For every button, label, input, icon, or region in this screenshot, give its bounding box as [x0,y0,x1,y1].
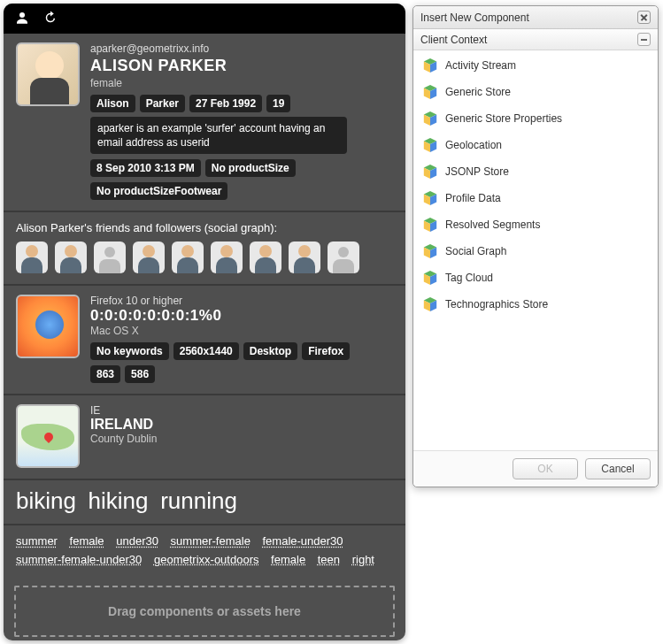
friend-avatar[interactable] [172,242,204,273]
os: Mac OS X [90,325,393,337]
group-header[interactable]: Client Context [413,29,658,50]
component-icon [422,137,438,153]
chip: 8 Sep 2010 3:13 PM [90,159,201,177]
component-icon [422,296,438,312]
dropzone[interactable]: Drag components or assets here [14,586,395,637]
chip: 2560x1440 [173,342,239,360]
component-item[interactable]: Generic Store [417,79,654,105]
friend-avatar[interactable] [289,242,320,273]
component-label: Resolved Segments [445,218,540,231]
component-label: Generic Store Properties [445,112,562,125]
component-label: Geolocation [445,139,502,151]
reset-icon[interactable] [42,10,58,28]
friend-avatar[interactable] [55,242,87,273]
segment-link[interactable]: right [352,551,374,570]
component-icon [422,58,438,73]
ip-address: 0:0:0:0:0:0:0:1%0 [90,307,393,325]
dropzone-label: Drag components or assets here [108,604,301,618]
segment-link[interactable]: summer-female [171,533,251,551]
dialog-title: Insert New Component [420,12,529,24]
friend-avatar[interactable] [133,242,165,273]
segment-link[interactable]: summer [16,533,58,551]
component-icon [422,164,438,180]
close-icon[interactable] [637,11,651,24]
component-item[interactable]: Technographics Store [417,291,654,318]
chip: Alison [90,95,135,112]
profile-name: ALISON PARKER [90,57,393,75]
friend-avatar[interactable] [328,242,359,273]
component-item[interactable]: Tag Cloud [417,264,654,291]
country-code: IE [90,404,393,417]
tag[interactable]: biking [16,487,76,515]
segment-link[interactable]: female [70,533,104,551]
group-title: Client Context [420,34,487,46]
segment-link[interactable]: geometrixx-outdoors [154,551,259,570]
dialog-header[interactable]: Insert New Component [413,6,658,29]
friend-avatar[interactable] [211,242,243,273]
user-icon[interactable] [14,10,30,28]
component-item[interactable]: Generic Store Properties [417,105,654,132]
social-section: Alison Parker's friends and followers (s… [4,212,405,286]
component-item[interactable]: Profile Data [417,185,654,211]
component-label: JSONP Store [445,165,509,178]
segment-link[interactable]: female-under30 [263,533,343,551]
chip: 586 [125,365,155,383]
component-label: Generic Store [445,86,511,98]
friend-avatar[interactable] [94,242,126,273]
segment-link[interactable]: under30 [116,533,158,551]
collapse-icon[interactable] [637,33,651,46]
component-icon [422,84,438,100]
friend-avatar[interactable] [250,242,281,273]
component-label: Technographics Store [445,298,548,310]
region: County Dublin [90,433,393,445]
avatar [16,42,80,106]
component-list: Activity Stream Generic Store Generic St… [413,50,658,450]
component-label: Activity Stream [445,59,516,72]
dialog-footer: OK Cancel [413,450,658,487]
chip: 863 [90,365,120,383]
segment-link[interactable]: female [271,551,305,570]
component-item[interactable]: Social Graph [417,238,654,264]
segment-link[interactable]: summer-female-under30 [16,551,142,570]
segment-link[interactable]: teen [318,551,340,570]
social-title: Alison Parker's friends and followers (s… [16,221,393,234]
insert-component-dialog: Insert New Component Client Context Acti… [412,5,659,487]
component-icon [422,217,438,233]
country-name: IRELAND [90,417,393,433]
svg-point-0 [19,12,25,18]
component-label: Tag Cloud [445,272,493,284]
tag-cloud-section: biking hiking running [4,480,405,525]
technographics-section: Firefox 10 or higher 0:0:0:0:0:0:0:1%0 M… [4,286,405,395]
component-icon [422,270,438,286]
profile-chips: Alison Parker 27 Feb 1992 19 [90,95,393,112]
profile-gender: female [90,77,393,89]
browser-icon [16,295,80,358]
map-thumbnail [16,404,80,468]
component-icon [422,243,438,259]
ok-button[interactable]: OK [513,458,578,479]
tag[interactable]: running [160,487,237,515]
component-item[interactable]: Activity Stream [417,52,654,79]
component-item[interactable]: JSONP Store [417,158,654,185]
component-icon [422,111,438,126]
profile-section: aparker@geometrixx.info ALISON PARKER fe… [4,34,405,212]
component-item[interactable]: Resolved Segments [417,211,654,238]
chip: No productSize [205,159,296,177]
user-agent: Firefox 10 or higher [90,295,393,307]
client-context-panel: aparker@geometrixx.info ALISON PARKER fe… [4,4,405,640]
component-icon [422,190,438,206]
component-label: Profile Data [445,192,501,204]
cancel-button[interactable]: Cancel [585,458,651,479]
chip: 27 Feb 1992 [189,95,262,112]
friend-avatar[interactable] [16,242,48,273]
chip: Desktop [243,342,297,360]
geolocation-section: IE IRELAND County Dublin [4,395,405,480]
tag[interactable]: hiking [89,487,149,515]
chip: No keywords [90,342,169,360]
top-bar [4,4,405,34]
segments-section: summer female under30 summer-female fema… [4,525,405,582]
chip: No productSizeFootwear [90,182,227,200]
chip: Parker [140,95,185,112]
chip: Firefox [302,342,350,360]
component-item[interactable]: Geolocation [417,132,654,158]
